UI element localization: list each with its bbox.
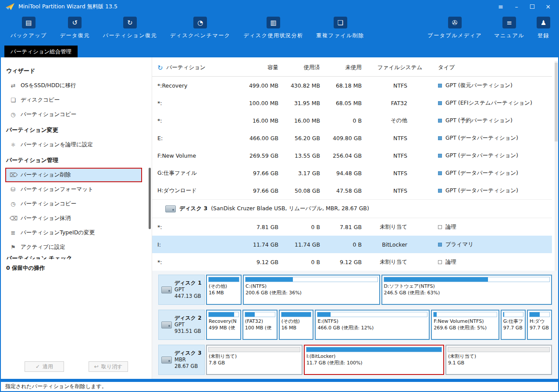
file-system-cell: NTFS bbox=[367, 152, 433, 159]
partition-block[interactable]: C:(NTFS)200.6 GB (使用済: 36%) bbox=[243, 275, 380, 305]
disk-partitions: Recovery(N499 MB (使(FAT32)100 MB (使(その他)… bbox=[206, 310, 552, 340]
table-row[interactable]: *:7.81 GB0 B7.81 GB未割り当て論理 bbox=[152, 218, 552, 236]
table-row[interactable]: G:仕事ファイル97.66 GB3.17 GB94.48 GBNTFSGPT (… bbox=[152, 164, 552, 182]
app-window: MiniTool Partition Wizard 無料版 13.5 ≡–☐× … bbox=[0, 0, 559, 392]
partition-block[interactable]: Recovery(N499 MB (使 bbox=[206, 310, 241, 340]
unused-cell: 409.80 GB bbox=[325, 135, 367, 141]
column-header-1[interactable]: 容量 bbox=[240, 64, 284, 71]
used-cell: 50.08 GB bbox=[284, 187, 325, 194]
sidebar-item-change-type-id[interactable]: ≣パーティションTypeIDの変更 bbox=[5, 226, 142, 240]
capacity-cell: 97.66 GB bbox=[240, 187, 284, 194]
toolbar-item-label: パーティション復元 bbox=[103, 32, 157, 39]
partition-block[interactable]: D:ソフトウェア(NTFS)246.5 GB (使用済: 63%) bbox=[381, 275, 552, 305]
table-row[interactable]: F:New Volume269.59 GB13.55 GB256.04 GBNT… bbox=[152, 147, 552, 164]
partition-size: 269.6 GB (使用済: 5%) bbox=[432, 325, 498, 331]
table-row[interactable]: H:ダウンロード97.66 GB50.08 GB47.58 GBNTFSGPT … bbox=[152, 182, 552, 199]
refresh-icon[interactable]: ↻ bbox=[157, 64, 163, 72]
sidebar-item-migrate-os[interactable]: ⇄OSをSSD/HDDに移行 bbox=[5, 78, 142, 93]
partition-block[interactable]: (未割り当て)7.8 GB bbox=[206, 345, 303, 375]
sidebar-item-set-partition-logical[interactable]: ⚛パーティションを論理に設定 bbox=[5, 138, 142, 152]
table-row[interactable]: *:9.12 GB0 B9.12 GB未割り当て論理 bbox=[152, 253, 552, 271]
table-row[interactable]: *:100.00 MB31.95 MB68.05 MBFAT32GPT (EFI… bbox=[152, 94, 552, 112]
partition-block[interactable]: G:仕事フ97.7 GB bbox=[501, 310, 526, 340]
partition-size: 466.0 GB (使用済: 12%) bbox=[316, 325, 429, 331]
apply-button[interactable]: ✓ 適用 bbox=[25, 361, 64, 372]
disk-label[interactable]: ディスク 3MBR28.67 GB bbox=[158, 345, 205, 375]
menu-button[interactable]: ≡ bbox=[495, 2, 506, 11]
partition-block[interactable]: E:(NTFS)466.0 GB (使用済: 12%) bbox=[315, 310, 430, 340]
usage-fill bbox=[246, 277, 293, 282]
sidebar-item-wipe-partition[interactable]: ⌫パーティション抹消 bbox=[5, 211, 142, 226]
disk-label[interactable]: ディスク 2GPT931.51 GB bbox=[158, 310, 205, 340]
sidebar-item-set-active[interactable]: ⚑アクティブに設定 bbox=[5, 240, 142, 254]
partition-label: Recovery(N bbox=[207, 318, 240, 325]
type-color-square bbox=[438, 189, 442, 193]
column-header-2[interactable]: 使用済 bbox=[284, 64, 325, 71]
type-label: GPT (データパーティション) bbox=[445, 187, 518, 194]
tab-partition-management[interactable]: パーティション総合管理 bbox=[4, 46, 78, 57]
type-cell: GPT (復元パーティション) bbox=[433, 82, 552, 89]
sidebar-item-delete-partition[interactable]: ⌦パーティション削除 bbox=[5, 168, 142, 182]
partition-block[interactable]: (未割り当て)9.1 GB bbox=[445, 345, 552, 375]
table-row[interactable]: E:466.00 GB56.20 GB409.80 GBNTFSGPT (データ… bbox=[152, 129, 552, 147]
apply-check-icon: ✓ bbox=[36, 364, 40, 370]
partition-name-cell: *: bbox=[152, 100, 240, 106]
used-cell: 3.17 GB bbox=[284, 170, 325, 177]
toolbar-item-label: ディスク使用状況分析 bbox=[243, 32, 303, 39]
sidebar-item-format-partition[interactable]: ⛁パーティションフォーマット bbox=[5, 182, 142, 197]
capacity-cell: 11.74 GB bbox=[240, 241, 284, 248]
toolbar-item-disk-benchmark[interactable]: ◔ディスクベンチマーク bbox=[170, 17, 231, 39]
disk-label[interactable]: ディスク 1GPT447.13 GB bbox=[158, 275, 205, 305]
partition-block[interactable]: H:ダウ97.7 GB bbox=[527, 310, 552, 340]
table-row[interactable]: *:Recovery499.00 MB430.82 MB68.18 MBNTFS… bbox=[152, 77, 552, 94]
toolbar-item-label: ブータブルメディア bbox=[427, 32, 482, 39]
toolbar-item-duplicate-file-remover[interactable]: ❏重複ファイル削除 bbox=[317, 17, 364, 39]
disk-group-info: (SanDisk Cruzer Blade USB, リムーバブル, MBR, … bbox=[211, 205, 369, 212]
minimize-button[interactable]: – bbox=[511, 2, 522, 11]
toolbar-item-label: マニュアル bbox=[494, 32, 524, 39]
column-header-0[interactable]: ↻パーティション bbox=[152, 64, 240, 72]
sidebar-item-copy-partition[interactable]: ◷パーティションコピー bbox=[5, 197, 142, 211]
disk-usage-analysis-icon: ▥ bbox=[267, 17, 280, 28]
toolbar-item-disk-usage-analysis[interactable]: ▥ディスク使用状況分析 bbox=[243, 17, 303, 39]
table-row[interactable]: I:11.74 GB11.74 GB0 BBitLockerプライマリ bbox=[152, 236, 552, 253]
table-row[interactable]: *:16.00 MB16.00 MB0 Bその他GPT (予約パーティション) bbox=[152, 112, 552, 129]
close-button[interactable]: × bbox=[542, 2, 554, 11]
sidebar-scrollbar[interactable] bbox=[149, 168, 151, 229]
partition-name-cell: *: bbox=[152, 117, 240, 124]
register-icon: ♟ bbox=[537, 17, 550, 28]
toolbar-item-data-recovery[interactable]: ↺データ復元 bbox=[60, 17, 90, 39]
sidebar-section-title: ウィザード bbox=[1, 63, 152, 78]
type-label: GPT (復元パーティション) bbox=[445, 82, 513, 89]
partition-label: F:New Volume(NTFS) bbox=[432, 318, 498, 325]
undo-button[interactable]: ↩ 取り消す bbox=[89, 361, 128, 372]
main-scrollbar[interactable] bbox=[555, 61, 558, 271]
usage-fill bbox=[384, 277, 488, 282]
partition-block[interactable]: F:New Volume(NTFS)269.6 GB (使用済: 5%) bbox=[431, 310, 499, 340]
partition-block[interactable]: (その他)16 MB bbox=[279, 310, 314, 340]
partition-block[interactable]: I:(BitLocker)11.7 GB (使用済: 100%) bbox=[304, 345, 444, 375]
toolbar-item-bootable-media[interactable]: ✇ブータブルメディア bbox=[427, 17, 482, 39]
toolbar-item-manual[interactable]: ≡マニュアル bbox=[494, 17, 524, 39]
sidebar-item-copy-disk[interactable]: ❏ディスクコピー bbox=[5, 93, 142, 107]
column-header-4[interactable]: ファイルシステム bbox=[367, 64, 433, 71]
toolbar-item-label: ディスクベンチマーク bbox=[170, 32, 231, 39]
usage-bar bbox=[208, 347, 300, 352]
column-header-3[interactable]: 未使用 bbox=[325, 64, 367, 71]
toolbar-item-backup[interactable]: ▤バックアップ bbox=[11, 17, 47, 39]
partition-size: 7.8 GB bbox=[207, 360, 302, 366]
partition-block[interactable]: (FAT32)100 MB (使 bbox=[242, 310, 278, 340]
maximize-button[interactable]: ☐ bbox=[527, 2, 538, 11]
sidebar-section-title: パーティション変更 bbox=[1, 122, 152, 138]
sidebar-item-copy-partition-wizard[interactable]: ◷パーティションコピー bbox=[5, 107, 142, 122]
disk-group-header: ディスク 3(SanDisk Cruzer Blade USB, リムーバブル,… bbox=[152, 199, 552, 218]
main-scrollbar-thumb[interactable] bbox=[555, 63, 558, 141]
partition-label: C:(NTFS) bbox=[244, 283, 379, 290]
column-header-5[interactable]: タイプ bbox=[433, 64, 552, 71]
toolbar-item-partition-recovery[interactable]: ↻パーティション復元 bbox=[103, 17, 157, 39]
toolbar-item-register[interactable]: ♟登録 bbox=[537, 17, 550, 39]
sidebar-item-label: アクティブに設定 bbox=[21, 244, 65, 251]
table-header: ↻パーティション容量使用済未使用ファイルシステムタイプ bbox=[152, 59, 552, 77]
capacity-cell: 16.00 MB bbox=[240, 117, 284, 124]
partition-block[interactable]: (その他)16 MB bbox=[206, 275, 242, 305]
